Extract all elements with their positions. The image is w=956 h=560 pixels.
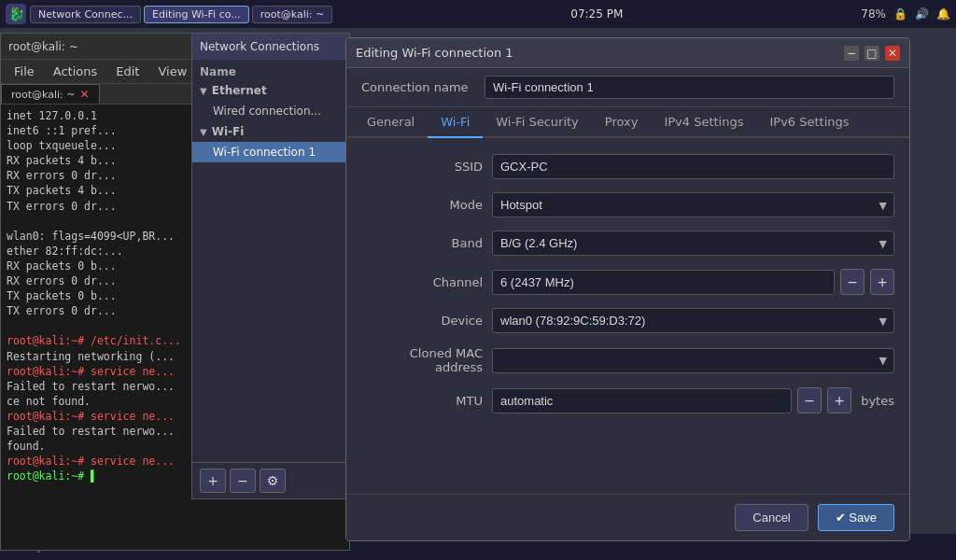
kali-dragon-icon[interactable]: 🐉 [6,4,26,24]
menu-edit[interactable]: Edit [106,62,148,81]
taskbar-apps: Network Connec... Editing Wi-Fi co... ro… [30,6,332,23]
taskbar-time: 07:25 PM [570,7,623,21]
channel-increment-button[interactable]: + [870,269,894,295]
tab-ipv4[interactable]: IPv4 Settings [651,107,756,138]
channel-decrement-button[interactable]: − [840,269,865,295]
save-button[interactable]: ✔ Save [818,504,894,531]
dialog-bottom: Cancel ✔ Save [346,494,909,540]
device-select-wrap: wlan0 (78:92:9C:59:D3:72) ▼ [492,308,894,333]
menu-file[interactable]: File [5,62,44,81]
device-label: Device [361,314,483,328]
edit-wifi-dialog: Editing Wi-Fi connection 1 − □ ✕ Connect… [345,37,910,541]
dialog-tabs: General Wi-Fi Wi-Fi Security Proxy IPv4 … [346,107,909,138]
mode-select-wrap: Hotspot ▼ [492,192,894,217]
tab-proxy[interactable]: Proxy [592,107,652,138]
taskbar: 🐉 Network Connec... Editing Wi-Fi co... … [0,0,956,28]
ssid-row: SSID [346,147,909,186]
mode-select[interactable]: Hotspot [492,192,894,217]
taskbar-left: 🐉 Network Connec... Editing Wi-Fi co... … [6,4,332,24]
dialog-title: Editing Wi-Fi connection 1 [356,46,513,60]
terminal-tab[interactable]: root@kali: ~ ✕ [1,84,100,104]
band-select[interactable]: B/G (2.4 GHz) [492,231,894,256]
conn-name-label: Connection name [361,80,473,94]
nm-section-wifi[interactable]: ▼ Wi-Fi [192,121,349,142]
taskbar-network-icon[interactable]: 🔒 [893,7,907,21]
mtu-increment-button[interactable]: + [827,387,851,413]
menu-actions[interactable]: Actions [44,62,107,81]
device-select[interactable]: wlan0 (78:92:9C:59:D3:72) [492,308,894,333]
tab-wifi-security[interactable]: Wi-Fi Security [483,107,592,138]
taskbar-app-terminal[interactable]: root@kali: ~ [252,6,333,23]
mtu-unit: bytes [861,394,894,408]
mtu-controls: − + bytes [492,387,894,413]
mtu-row: MTU − + bytes [346,381,909,420]
mode-label: Mode [361,198,483,212]
mtu-input[interactable] [492,388,792,413]
taskbar-notif-icon[interactable]: 🔔 [936,7,950,21]
ethernet-arrow-icon: ▼ [200,86,207,96]
cloned-mac-select[interactable] [492,348,894,373]
ssid-input[interactable] [492,154,894,179]
nm-header: Network Connections [192,34,349,60]
channel-input[interactable] [492,270,835,295]
nm-remove-button[interactable]: − [230,469,256,493]
cancel-button[interactable]: Cancel [735,504,808,531]
dialog-window-controls: − □ ✕ [844,46,900,61]
nm-section-ethernet[interactable]: ▼ Ethernet [192,80,349,101]
band-label: Band [361,236,483,250]
mode-row: Mode Hotspot ▼ [346,186,909,224]
wifi-arrow-icon: ▼ [200,127,207,137]
device-row: Device wlan0 (78:92:9C:59:D3:72) ▼ [346,301,909,340]
channel-controls: − + [492,269,894,295]
nm-ethernet-label: Ethernet [212,84,267,97]
channel-row: Channel − + [346,262,909,301]
menu-view[interactable]: View [148,62,196,81]
mtu-decrement-button[interactable]: − [797,387,822,413]
tab-general[interactable]: General [354,107,428,138]
dialog-minimize-button[interactable]: − [844,46,859,61]
nm-name-col: Name [192,60,349,80]
nm-wired-connection[interactable]: Wired connection... [192,101,349,121]
dialog-tab-content: SSID Mode Hotspot ▼ Band B/G (2.4 GHz) ▼ [346,138,909,494]
terminal-title: root@kali: ~ [8,40,78,53]
tab-ipv6[interactable]: IPv6 Settings [757,107,863,138]
dialog-maximize-button[interactable]: □ [865,46,879,61]
terminal-tab-close[interactable]: ✕ [80,88,90,101]
nm-toolbar: + − ⚙ [192,462,349,498]
taskbar-sound-icon[interactable]: 🔊 [915,7,929,21]
taskbar-right: 78% 🔒 🔊 🔔 [861,7,950,21]
tab-wifi[interactable]: Wi-Fi [428,107,483,138]
cloned-mac-select-wrap: ▼ [492,348,894,373]
nm-wifi-connection[interactable]: Wi-Fi connection 1 [192,142,349,162]
cloned-mac-label: Cloned MAC address [361,346,483,374]
taskbar-app-network[interactable]: Network Connec... [30,6,141,23]
band-select-wrap: B/G (2.4 GHz) ▼ [492,231,894,256]
ssid-label: SSID [361,160,483,174]
nm-panel: Network Connections Name ▼ Ethernet Wire… [191,33,350,499]
terminal-tab-label: root@kali: ~ [11,89,76,101]
nm-settings-button[interactable]: ⚙ [260,469,286,493]
nm-add-button[interactable]: + [200,469,226,493]
dialog-titlebar: Editing Wi-Fi connection 1 − □ ✕ [346,38,909,68]
connection-name-row: Connection name [346,68,909,107]
conn-name-input[interactable] [485,76,894,99]
band-row: Band B/G (2.4 GHz) ▼ [346,224,909,262]
taskbar-app-editing[interactable]: Editing Wi-Fi co... [144,6,249,23]
dialog-close-button[interactable]: ✕ [885,46,900,61]
mtu-label: MTU [361,394,483,408]
cloned-mac-row: Cloned MAC address ▼ [346,340,909,381]
taskbar-battery: 78% [861,7,886,21]
nm-wifi-label: Wi-Fi [212,125,245,138]
channel-label: Channel [361,275,483,289]
